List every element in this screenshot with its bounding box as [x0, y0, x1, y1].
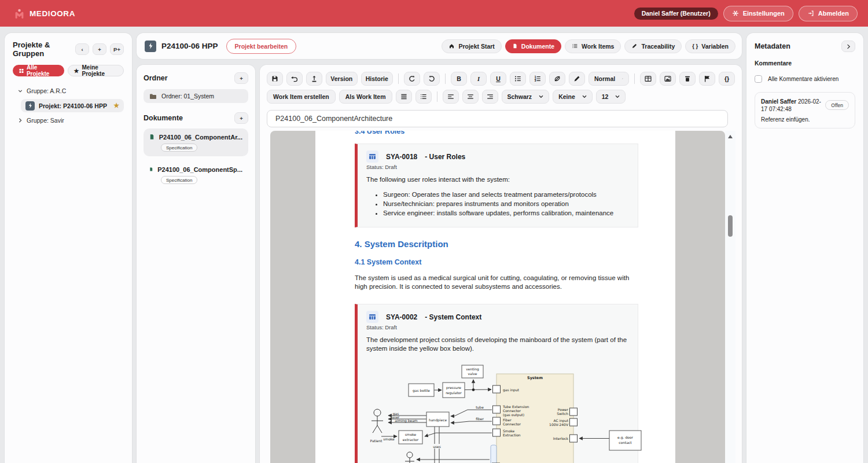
align-center-button[interactable]	[462, 90, 479, 104]
all-comments-label: Alle Kommentare aktivieren	[768, 76, 838, 82]
comment-card[interactable]: Daniel Saffer 2026-02-17 07:42:48 Offen …	[755, 92, 855, 128]
version-button[interactable]: Version	[326, 72, 358, 86]
work-item-card-sya-0018[interactable]: SYA-0018 - User Roles Status: Draft The …	[355, 144, 638, 227]
font-size-select[interactable]: 12	[596, 90, 626, 104]
document-item-architecture[interactable]: P24100_06_ComponentAr... Specification	[144, 128, 248, 156]
work-item-card-sya-0002[interactable]: SYA-0002 - System Context Status: Draft …	[355, 304, 638, 463]
underline-button[interactable]: U	[490, 72, 506, 86]
highlight-pen-button[interactable]	[569, 72, 585, 86]
metadata-header: Metadaten	[755, 41, 855, 52]
editor-scrollbar[interactable]	[725, 131, 735, 463]
svg-text:Smoke: Smoke	[503, 429, 515, 433]
delete-button[interactable]	[679, 72, 696, 86]
documents-header: Dokumente +	[144, 112, 248, 124]
highlight-color-select[interactable]: Keine	[553, 90, 593, 104]
svg-text:valve: valve	[468, 372, 477, 376]
svg-text:venting: venting	[466, 367, 479, 372]
smoke-extraction-port	[493, 429, 501, 436]
add-document-button[interactable]: +	[234, 112, 248, 124]
settings-button[interactable]: Einstellungen	[723, 6, 793, 21]
comments-title: Kommentare	[755, 60, 855, 67]
undo-button[interactable]	[404, 72, 420, 86]
tree-project-p24100[interactable]: Projekt: P24100-06 HPP ★	[21, 99, 124, 112]
brand: MEDIOORA	[14, 9, 75, 19]
tube-connector-port	[493, 406, 501, 413]
trash-icon	[683, 75, 692, 83]
document-page[interactable]: 3.4 User Roles SYA-0018 - User Roles Sta…	[315, 131, 675, 463]
paragraph-style-select[interactable]: Normal	[589, 72, 629, 86]
tab-variablen[interactable]: { } Variablen	[685, 39, 735, 53]
toolbar-divider	[445, 74, 446, 84]
insert-table-button[interactable]	[640, 72, 656, 86]
comment-author-line: Daniel Saffer 2026-02-17 07:42:48	[761, 98, 825, 113]
tree-group-arc[interactable]: Gruppe: A.R.C	[13, 84, 124, 97]
line-spacing-button[interactable]	[396, 90, 412, 104]
system-title: System	[527, 376, 543, 380]
link-button[interactable]	[549, 72, 565, 86]
code-braces-button[interactable]: {}	[719, 72, 735, 86]
document-item-specification[interactable]: P24100_06_ComponentSp... Specification	[144, 161, 248, 189]
align-right-icon	[486, 93, 494, 101]
logout-button[interactable]: Abmelden	[799, 6, 858, 21]
metadata-collapse-button[interactable]	[841, 41, 855, 52]
align-right-button[interactable]	[482, 90, 498, 104]
document-title-input[interactable]	[267, 110, 728, 127]
filter-my-projects[interactable]: ★ Meine Projekte	[68, 65, 124, 76]
bold-button[interactable]: B	[451, 72, 467, 86]
mediora-app: MEDIOORA Daniel Saffer (Benutzer) Einste…	[0, 0, 868, 463]
interlock-port	[570, 435, 578, 442]
tab-traceability[interactable]: Traceability	[624, 39, 682, 53]
folder-item-01-system[interactable]: Ordner: 01_System	[144, 89, 248, 103]
paragraph-spacing-button[interactable]	[415, 90, 432, 104]
align-left-button[interactable]	[443, 90, 459, 104]
add-project-button[interactable]: P+	[110, 43, 124, 55]
redo-button[interactable]	[424, 72, 440, 86]
svg-text:fiber: fiber	[476, 417, 484, 421]
user-badge: Daniel Saffer (Benutzer)	[634, 8, 718, 20]
scrollbar-thumb[interactable]	[728, 215, 733, 237]
tab-dokumente[interactable]: Dokumente	[505, 39, 561, 53]
add-folder-button[interactable]: +	[234, 72, 248, 84]
tab-work-items[interactable]: Work Items	[565, 39, 621, 53]
bullet-list-button[interactable]	[510, 72, 526, 86]
favorite-star-icon[interactable]: ★	[113, 102, 119, 109]
as-work-item-button[interactable]: Als Work Item	[339, 90, 392, 104]
list-icon	[572, 43, 578, 49]
work-item-text: The following user roles interact with t…	[366, 175, 629, 184]
scroll-up-arrow-icon[interactable]	[728, 135, 733, 138]
junction-dot	[472, 388, 475, 391]
sidebar-collapse-button[interactable]: ‹	[75, 43, 89, 55]
upload-button[interactable]	[306, 72, 322, 86]
italic-button[interactable]: I	[470, 72, 487, 86]
save-button[interactable]	[267, 72, 283, 86]
power-switch-port	[570, 408, 578, 416]
insert-image-button[interactable]	[660, 72, 676, 86]
comment-text: Referenz einfügen.	[761, 116, 849, 123]
filter-all-projects[interactable]: Alle Projekte	[13, 65, 64, 76]
svg-text:Connector: Connector	[503, 422, 521, 426]
projects-sidebar-header: Projekte & Gruppen ‹ + P+	[13, 41, 124, 58]
add-group-button[interactable]: +	[93, 43, 106, 55]
bullet-item: Service engineer: installs software upda…	[383, 209, 629, 218]
history-button[interactable]: Historie	[361, 72, 393, 86]
svg-text:smoke: smoke	[405, 432, 417, 436]
revert-button[interactable]	[286, 72, 303, 86]
top-bar-right: Daniel Saffer (Benutzer) Einstellungen	[634, 6, 858, 21]
section-heading-4: 4. System Descritption	[355, 239, 638, 249]
all-comments-toggle-row: Alle Kommentare aktivieren	[755, 75, 855, 83]
create-work-item-button[interactable]: Work Item erstellen	[267, 90, 336, 104]
comment-status-badge[interactable]: Offen	[825, 100, 849, 110]
project-title: P24100-06 HPP	[161, 42, 218, 50]
text-color-value: Schwarz	[507, 93, 532, 100]
text-color-select[interactable]: Schwarz	[502, 90, 550, 104]
all-comments-checkbox[interactable]	[755, 75, 762, 83]
section-heading-4-1: 4.1 System Context	[355, 258, 638, 266]
page-margin-right	[675, 131, 725, 463]
edit-project-button[interactable]: Projekt bearbeiten	[226, 39, 297, 54]
numbered-list-button[interactable]: 123	[529, 72, 546, 86]
align-center-icon	[466, 93, 475, 101]
flag-button[interactable]	[699, 72, 715, 86]
work-item-status: Status: Draft	[366, 164, 629, 170]
tree-group-savir[interactable]: Gruppe: Savir	[13, 114, 124, 127]
tab-projekt-start[interactable]: Projekt Start	[442, 39, 501, 53]
